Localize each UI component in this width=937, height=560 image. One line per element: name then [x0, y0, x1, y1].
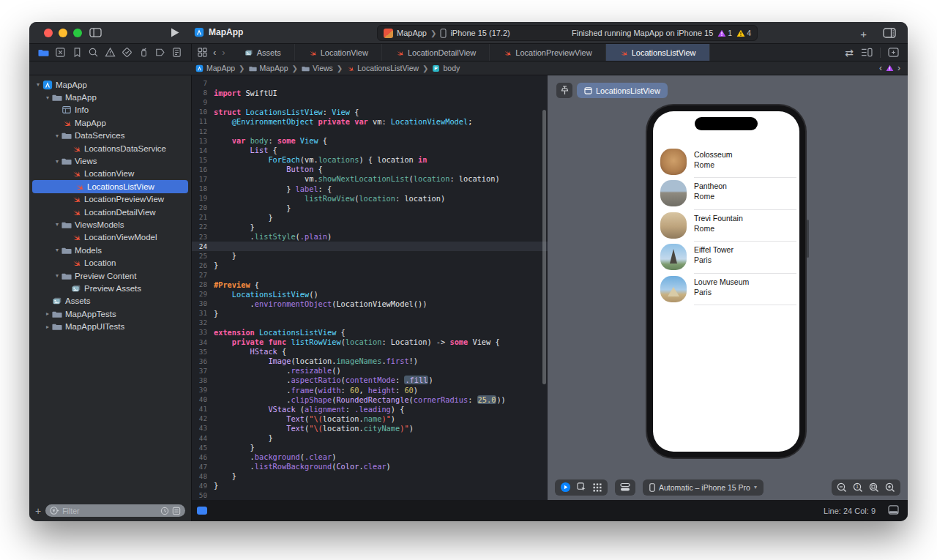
editor-tab-Assets[interactable]: Assets [231, 44, 295, 61]
code-line-28[interactable]: 28#Preview { [192, 280, 548, 289]
breadcrumb-item-MapApp[interactable]: MapApp [249, 64, 288, 72]
code-line-32[interactable]: 32 [192, 318, 548, 327]
previous-issue-icon[interactable]: ‹ [879, 63, 882, 73]
go-forward-icon[interactable]: › [222, 47, 225, 58]
code-line-42[interactable]: 42 Text("\(location.name)") [192, 414, 548, 423]
sidebar-item-Preview Assets[interactable]: Preview Assets [29, 282, 191, 294]
code-line-10[interactable]: 10struct LocationsListView: View { [192, 107, 548, 116]
preview-target-pill[interactable]: LocationsListView [577, 83, 668, 98]
code-editor[interactable]: 78import SwiftUI910struct LocationsListV… [192, 75, 548, 500]
editor-options-icon[interactable] [861, 48, 873, 57]
debug-tab[interactable] [138, 47, 149, 58]
iphone-screen[interactable]: ColosseumRomePantheonRomeTrevi FountainR… [653, 111, 799, 452]
sidebar-item-LocationDetailView[interactable]: LocationDetailView [29, 206, 191, 218]
location-row-Eiffel Tower[interactable]: Eiffel TowerParis [653, 242, 799, 273]
code-line-17[interactable]: 17 vm.showNextLocationList(location: loc… [192, 174, 548, 184]
code-line-23[interactable]: 23 .listStyle(.plain) [192, 232, 548, 242]
device-settings-button[interactable] [618, 481, 632, 494]
go-back-icon[interactable]: ‹ [213, 47, 216, 58]
code-line-27[interactable]: 27 [192, 270, 548, 280]
scheme-selector[interactable]: MapApp ❯ iPhone 15 (17.2) [378, 29, 572, 38]
sidebar-item-Location[interactable]: Location [29, 256, 191, 269]
location-row-Colosseum[interactable]: ColosseumRome [653, 146, 799, 178]
code-line-11[interactable]: 11 @EnvironmentObject private var vm: Lo… [192, 116, 548, 126]
code-line-25[interactable]: 25 } [192, 251, 548, 261]
sidebar-item-MapApp[interactable]: ▾MapApp [29, 78, 191, 91]
breadcrumb-item-body[interactable]: Pbody [432, 64, 460, 72]
zoom-100-button[interactable]: 1 [851, 481, 865, 494]
zoom-fit-button[interactable] [867, 481, 881, 494]
disclosure-chevron-icon[interactable]: ▾ [53, 247, 61, 253]
code-line-15[interactable]: 15 ForEach(vm.locations) { location in [192, 155, 548, 165]
code-line-24[interactable]: 24 [192, 242, 548, 251]
sidebar-item-MapApp[interactable]: ▾MapApp [29, 91, 191, 103]
scheme-project[interactable]: MapApp [397, 29, 427, 37]
sidebar-item-Models[interactable]: ▾Models [29, 244, 191, 256]
code-line-16[interactable]: 16 Button { [192, 165, 548, 174]
debug-area-toggle-icon[interactable] [888, 505, 899, 515]
editor-tab-LocationsListView[interactable]: LocationsListView [606, 44, 710, 61]
sidebar-toggle-icon[interactable] [89, 27, 102, 38]
disclosure-chevron-icon[interactable]: ▾ [43, 94, 52, 101]
live-preview-button[interactable] [558, 481, 572, 494]
code-line-35[interactable]: 35 HStack { [192, 347, 548, 356]
code-line-21[interactable]: 21 } [192, 212, 548, 222]
recent-files-clock-icon[interactable] [160, 507, 169, 515]
pin-preview-button[interactable] [556, 83, 572, 98]
location-row-Pantheon[interactable]: PantheonRome [653, 178, 799, 209]
sidebar-item-Preview Content[interactable]: ▾Preview Content [29, 269, 191, 282]
breadcrumb-item-Views[interactable]: Views [302, 64, 333, 72]
zoom-in-button[interactable] [883, 481, 897, 494]
disclosure-chevron-icon[interactable]: ▾ [53, 221, 61, 228]
code-line-40[interactable]: 40 .clipShape(RoundedRectangle(cornerRad… [192, 395, 548, 404]
code-line-37[interactable]: 37 .resizable() [192, 366, 548, 376]
scheme-device[interactable]: iPhone 15 (17.2) [450, 29, 509, 37]
disclosure-chevron-icon[interactable]: ▾ [34, 81, 42, 88]
code-line-19[interactable]: 19 listRowView(location: location) [192, 193, 548, 203]
next-issue-icon[interactable]: › [897, 63, 900, 73]
location-row-Louvre Museum[interactable]: Louvre MuseumParis [653, 274, 799, 305]
code-line-34[interactable]: 34 private func listRowView(location: Lo… [192, 337, 548, 347]
sidebar-item-LocationView[interactable]: LocationView [29, 168, 191, 180]
code-line-12[interactable]: 12 [192, 126, 548, 135]
code-line-49[interactable]: 49} [192, 481, 548, 490]
sidebar-item-Assets[interactable]: Assets [29, 295, 191, 307]
project-navigator-tab[interactable] [38, 47, 49, 58]
add-file-button[interactable]: + [35, 505, 41, 517]
code-line-8[interactable]: 8import SwiftUI [192, 88, 548, 97]
code-line-36[interactable]: 36 Image(location.imageNames.first!) [192, 356, 548, 366]
canvas-scrollbar[interactable] [807, 220, 809, 258]
disclosure-chevron-icon[interactable]: ▾ [53, 132, 61, 139]
related-items-icon[interactable] [198, 48, 207, 57]
tests-tab[interactable] [122, 47, 132, 58]
code-line-31[interactable]: 31} [192, 308, 548, 318]
code-line-18[interactable]: 18 } label: { [192, 184, 548, 193]
preview-device-selector[interactable]: Automatic – iPhone 15 Pro ▾ [643, 479, 764, 496]
run-button[interactable] [170, 27, 180, 38]
code-line-26[interactable]: 26} [192, 261, 548, 270]
zoom-window-button[interactable] [73, 29, 82, 37]
breadcrumb-item-MapApp[interactable]: MapApp [195, 64, 235, 72]
code-line-9[interactable]: 9 [192, 97, 548, 107]
sidebar-item-Info[interactable]: Info [29, 104, 191, 116]
source-control-tab[interactable] [55, 47, 66, 58]
inspector-toggle-icon[interactable] [883, 28, 896, 38]
location-row-Trevi Fountain[interactable]: Trevi FountainRome [653, 210, 799, 242]
code-line-33[interactable]: 33extension LocationsListView { [192, 327, 548, 337]
code-line-30[interactable]: 30 .environmentObject(LocationViewModel(… [192, 299, 548, 308]
code-line-48[interactable]: 48 } [192, 471, 548, 481]
code-line-44[interactable]: 44 } [192, 433, 548, 442]
sidebar-item-Views[interactable]: ▾Views [29, 154, 191, 167]
editor-tab-LocationDetailView[interactable]: LocationDetailView [382, 44, 490, 61]
sidebar-item-LocationsDataService[interactable]: LocationsDataService [29, 142, 191, 154]
sidebar-item-DataServices[interactable]: ▾DataServices [29, 130, 191, 142]
warning-issues-badge[interactable]: 4 [736, 29, 751, 37]
code-line-46[interactable]: 46 .background(.clear) [192, 452, 548, 462]
code-line-47[interactable]: 47 .listRowBackground(Color.clear) [192, 462, 548, 471]
disclosure-chevron-icon[interactable]: ▸ [43, 324, 52, 330]
code-line-22[interactable]: 22 } [192, 222, 548, 231]
close-window-button[interactable] [44, 29, 53, 37]
sidebar-item-LocationsListView[interactable]: LocationsListView [32, 180, 188, 193]
scm-status-filter-icon[interactable] [172, 507, 181, 515]
disclosure-chevron-icon[interactable]: ▸ [43, 310, 52, 317]
